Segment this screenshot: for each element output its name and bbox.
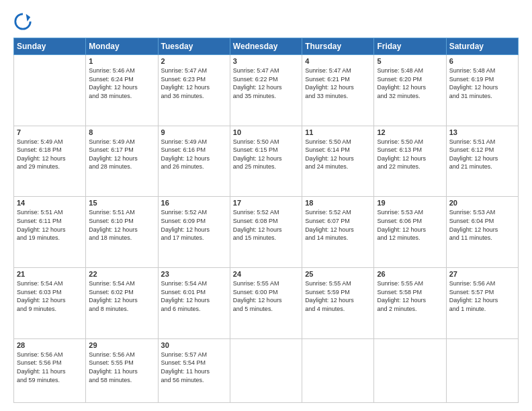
day-number: 8 xyxy=(89,128,154,136)
calendar-cell: 11Sunrise: 5:50 AM Sunset: 6:14 PM Dayli… xyxy=(302,126,374,197)
calendar-cell: 3Sunrise: 5:47 AM Sunset: 6:22 PM Daylig… xyxy=(230,55,302,126)
calendar-day-header: Monday xyxy=(86,38,158,55)
calendar-day-header: Sunday xyxy=(14,38,86,55)
calendar-cell: 13Sunrise: 5:51 AM Sunset: 6:12 PM Dayli… xyxy=(446,126,518,197)
day-info: Sunrise: 5:54 AM Sunset: 6:03 PM Dayligh… xyxy=(17,279,83,313)
day-number: 7 xyxy=(17,128,83,136)
calendar-cell: 7Sunrise: 5:49 AM Sunset: 6:18 PM Daylig… xyxy=(14,126,86,197)
day-number: 21 xyxy=(17,270,83,278)
day-info: Sunrise: 5:54 AM Sunset: 6:01 PM Dayligh… xyxy=(161,279,227,313)
calendar-week-row: 1Sunrise: 5:46 AM Sunset: 6:24 PM Daylig… xyxy=(14,55,519,126)
day-number: 17 xyxy=(233,199,299,207)
calendar-cell: 2Sunrise: 5:47 AM Sunset: 6:23 PM Daylig… xyxy=(158,55,230,126)
calendar-cell: 15Sunrise: 5:51 AM Sunset: 6:10 PM Dayli… xyxy=(86,197,158,268)
day-number: 29 xyxy=(89,341,154,349)
day-number: 28 xyxy=(17,341,83,349)
calendar-cell: 25Sunrise: 5:55 AM Sunset: 5:59 PM Dayli… xyxy=(302,268,374,339)
day-number: 5 xyxy=(377,57,443,65)
day-info: Sunrise: 5:50 AM Sunset: 6:13 PM Dayligh… xyxy=(377,138,443,171)
calendar-day-header: Saturday xyxy=(446,38,518,55)
day-number: 22 xyxy=(89,270,154,278)
calendar-cell xyxy=(374,338,446,402)
day-number: 2 xyxy=(161,57,227,65)
calendar-cell: 29Sunrise: 5:56 AM Sunset: 5:55 PM Dayli… xyxy=(86,338,158,402)
calendar-cell: 1Sunrise: 5:46 AM Sunset: 6:24 PM Daylig… xyxy=(86,55,158,126)
day-info: Sunrise: 5:51 AM Sunset: 6:12 PM Dayligh… xyxy=(449,138,515,171)
day-info: Sunrise: 5:50 AM Sunset: 6:15 PM Dayligh… xyxy=(233,138,299,171)
calendar-day-header: Friday xyxy=(374,38,446,55)
calendar-cell: 4Sunrise: 5:47 AM Sunset: 6:21 PM Daylig… xyxy=(302,55,374,126)
day-info: Sunrise: 5:56 AM Sunset: 5:57 PM Dayligh… xyxy=(449,279,515,313)
day-info: Sunrise: 5:55 AM Sunset: 5:58 PM Dayligh… xyxy=(377,279,443,313)
day-number: 16 xyxy=(161,199,227,207)
logo-icon xyxy=(13,12,32,31)
day-number: 10 xyxy=(233,128,299,136)
day-number: 3 xyxy=(233,57,299,65)
day-info: Sunrise: 5:47 AM Sunset: 6:21 PM Dayligh… xyxy=(305,66,371,100)
calendar-cell: 30Sunrise: 5:57 AM Sunset: 5:54 PM Dayli… xyxy=(158,338,230,402)
day-info: Sunrise: 5:55 AM Sunset: 5:59 PM Dayligh… xyxy=(305,279,371,313)
calendar-cell: 8Sunrise: 5:49 AM Sunset: 6:17 PM Daylig… xyxy=(86,126,158,197)
day-number: 12 xyxy=(377,128,443,136)
day-number: 18 xyxy=(305,199,371,207)
day-info: Sunrise: 5:47 AM Sunset: 6:23 PM Dayligh… xyxy=(161,66,227,100)
calendar-week-row: 7Sunrise: 5:49 AM Sunset: 6:18 PM Daylig… xyxy=(14,126,519,197)
day-number: 27 xyxy=(449,270,515,278)
day-number: 30 xyxy=(161,341,227,349)
day-number: 4 xyxy=(305,57,371,65)
day-number: 11 xyxy=(305,128,371,136)
calendar-cell: 16Sunrise: 5:52 AM Sunset: 6:09 PM Dayli… xyxy=(158,197,230,268)
day-info: Sunrise: 5:49 AM Sunset: 6:18 PM Dayligh… xyxy=(17,138,83,171)
calendar-cell: 17Sunrise: 5:52 AM Sunset: 6:08 PM Dayli… xyxy=(230,197,302,268)
calendar-cell: 23Sunrise: 5:54 AM Sunset: 6:01 PM Dayli… xyxy=(158,268,230,339)
day-info: Sunrise: 5:52 AM Sunset: 6:07 PM Dayligh… xyxy=(305,208,371,242)
calendar-cell: 28Sunrise: 5:56 AM Sunset: 5:56 PM Dayli… xyxy=(14,338,86,402)
day-info: Sunrise: 5:52 AM Sunset: 6:08 PM Dayligh… xyxy=(233,208,299,242)
calendar-week-row: 21Sunrise: 5:54 AM Sunset: 6:03 PM Dayli… xyxy=(14,268,519,339)
logo xyxy=(13,11,35,31)
day-number: 6 xyxy=(449,57,515,65)
day-number: 9 xyxy=(161,128,227,136)
day-info: Sunrise: 5:49 AM Sunset: 6:17 PM Dayligh… xyxy=(89,138,154,171)
header xyxy=(13,11,519,31)
day-number: 25 xyxy=(305,270,371,278)
calendar-cell xyxy=(14,55,86,126)
calendar-cell: 10Sunrise: 5:50 AM Sunset: 6:15 PM Dayli… xyxy=(230,126,302,197)
calendar-cell: 24Sunrise: 5:55 AM Sunset: 6:00 PM Dayli… xyxy=(230,268,302,339)
calendar-cell xyxy=(446,338,518,402)
day-info: Sunrise: 5:56 AM Sunset: 5:55 PM Dayligh… xyxy=(89,351,154,384)
day-number: 15 xyxy=(89,199,154,207)
day-info: Sunrise: 5:54 AM Sunset: 6:02 PM Dayligh… xyxy=(89,279,154,313)
calendar-cell: 18Sunrise: 5:52 AM Sunset: 6:07 PM Dayli… xyxy=(302,197,374,268)
day-number: 20 xyxy=(449,199,515,207)
calendar-cell xyxy=(230,338,302,402)
day-info: Sunrise: 5:55 AM Sunset: 6:00 PM Dayligh… xyxy=(233,279,299,313)
day-number: 26 xyxy=(377,270,443,278)
calendar-cell: 6Sunrise: 5:48 AM Sunset: 6:19 PM Daylig… xyxy=(446,55,518,126)
day-info: Sunrise: 5:53 AM Sunset: 6:06 PM Dayligh… xyxy=(377,208,443,242)
day-number: 19 xyxy=(377,199,443,207)
day-info: Sunrise: 5:57 AM Sunset: 5:54 PM Dayligh… xyxy=(161,351,227,384)
day-info: Sunrise: 5:56 AM Sunset: 5:56 PM Dayligh… xyxy=(17,351,83,384)
calendar-day-header: Thursday xyxy=(302,38,374,55)
calendar-cell: 9Sunrise: 5:49 AM Sunset: 6:16 PM Daylig… xyxy=(158,126,230,197)
day-number: 13 xyxy=(449,128,515,136)
calendar-week-row: 28Sunrise: 5:56 AM Sunset: 5:56 PM Dayli… xyxy=(14,338,519,402)
calendar-cell: 19Sunrise: 5:53 AM Sunset: 6:06 PM Dayli… xyxy=(374,197,446,268)
day-info: Sunrise: 5:50 AM Sunset: 6:14 PM Dayligh… xyxy=(305,138,371,171)
day-number: 14 xyxy=(17,199,83,207)
day-info: Sunrise: 5:49 AM Sunset: 6:16 PM Dayligh… xyxy=(161,138,227,171)
day-info: Sunrise: 5:48 AM Sunset: 6:20 PM Dayligh… xyxy=(377,66,443,100)
day-info: Sunrise: 5:48 AM Sunset: 6:19 PM Dayligh… xyxy=(449,66,515,100)
day-info: Sunrise: 5:51 AM Sunset: 6:11 PM Dayligh… xyxy=(17,208,83,242)
day-info: Sunrise: 5:51 AM Sunset: 6:10 PM Dayligh… xyxy=(89,208,154,242)
calendar-week-row: 14Sunrise: 5:51 AM Sunset: 6:11 PM Dayli… xyxy=(14,197,519,268)
calendar-cell: 21Sunrise: 5:54 AM Sunset: 6:03 PM Dayli… xyxy=(14,268,86,339)
calendar-cell: 14Sunrise: 5:51 AM Sunset: 6:11 PM Dayli… xyxy=(14,197,86,268)
calendar-cell: 27Sunrise: 5:56 AM Sunset: 5:57 PM Dayli… xyxy=(446,268,518,339)
day-info: Sunrise: 5:47 AM Sunset: 6:22 PM Dayligh… xyxy=(233,66,299,100)
calendar-header-row: SundayMondayTuesdayWednesdayThursdayFrid… xyxy=(14,38,519,55)
calendar-day-header: Wednesday xyxy=(230,38,302,55)
day-info: Sunrise: 5:53 AM Sunset: 6:04 PM Dayligh… xyxy=(449,208,515,242)
day-number: 24 xyxy=(233,270,299,278)
